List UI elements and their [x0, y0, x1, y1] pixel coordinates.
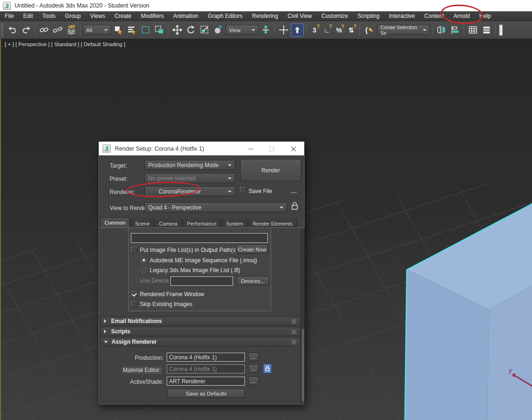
render-setup-dialog: 3 Render Setup: Corona 4 (Hotfix 1) Targ… [98, 141, 305, 404]
select-object-icon[interactable] [112, 24, 125, 37]
tab-render-elements[interactable]: Render Elements [249, 219, 297, 228]
autodesk-imsq-radio[interactable] [141, 257, 147, 263]
legacy-ifl-radio[interactable] [141, 267, 147, 273]
menu-edit[interactable]: Edit [18, 11, 38, 21]
rollout-scripts[interactable]: Scripts [100, 327, 300, 336]
bind-to-space-warp-icon[interactable] [65, 24, 78, 37]
rectangular-selection-region-icon[interactable] [139, 24, 152, 37]
select-and-place-icon[interactable] [212, 24, 225, 37]
view-to-render-dropdown[interactable]: Quad 4 - Perspective [145, 202, 287, 212]
dialog-scrollbar-thumb[interactable] [302, 329, 304, 402]
production-browse-button[interactable]: ... [248, 353, 259, 361]
menu-content[interactable]: Content [419, 11, 449, 21]
menu-arnold[interactable]: Arnold [449, 11, 475, 21]
use-device-checkbox[interactable] [131, 277, 137, 283]
select-and-manipulate-icon[interactable] [277, 24, 290, 37]
preset-dropdown[interactable]: No preset selected [145, 173, 235, 183]
box-object[interactable] [405, 203, 532, 420]
rollout-grip-icon [291, 330, 297, 334]
skip-existing-images-checkbox[interactable] [131, 301, 137, 307]
menu-group[interactable]: Group [60, 11, 85, 21]
tab-camera[interactable]: Camera [155, 219, 182, 228]
menu-rendering[interactable]: Rendering [247, 11, 282, 21]
menu-civil-view[interactable]: Civil View [283, 11, 317, 21]
select-and-move-icon[interactable] [171, 24, 184, 37]
viewport-header[interactable]: [ + ] [ Perspective ] [ Standard ] [ Def… [5, 41, 125, 47]
window-title: Untitled - Autodesk 3ds Max 2020 - Stude… [15, 2, 149, 9]
reference-coordinate-dropdown[interactable]: View [226, 25, 258, 35]
save-file-browse-dots[interactable]: ... [291, 188, 297, 194]
put-image-file-checkbox[interactable] [131, 247, 137, 253]
selection-filter-dropdown[interactable]: All [83, 25, 111, 35]
menu-customize[interactable]: Customize [317, 11, 353, 21]
scene-explorer-icon[interactable] [467, 24, 479, 37]
unlink-selection-icon[interactable] [51, 24, 64, 37]
spinner-snap-toggle-icon[interactable]: ⇅ ? [346, 24, 357, 37]
undo-icon[interactable] [6, 24, 19, 37]
create-now-label: Create Now [238, 247, 266, 252]
maximize-icon[interactable] [267, 145, 276, 153]
renderer-label: Renderer: [110, 189, 135, 195]
lock-to-production-toggle[interactable] [263, 364, 272, 373]
menu-tools[interactable]: Tools [38, 11, 60, 21]
dialog-scrollbar-track[interactable] [301, 228, 305, 403]
chevron-down-icon [251, 29, 255, 33]
file-list-name-field[interactable] [131, 233, 268, 243]
pencil-icon: ✎ [368, 27, 373, 33]
tab-system[interactable]: System [222, 219, 248, 228]
lock-view-icon[interactable] [291, 202, 298, 212]
menu-scripting[interactable]: Scripting [353, 11, 384, 21]
layer-manager-icon[interactable] [480, 24, 493, 37]
use-pivot-point-center-icon[interactable] [259, 24, 272, 37]
menu-graph-editors[interactable]: Graph Editors [203, 11, 247, 21]
close-icon[interactable] [289, 145, 298, 153]
rollout-assign-renderer[interactable]: Assign Renderer [100, 337, 300, 347]
menu-modifiers[interactable]: Modifiers [136, 11, 169, 21]
menu-interactive[interactable]: Interactive [384, 11, 419, 21]
menu-help[interactable]: Help [475, 11, 496, 21]
select-and-rotate-icon[interactable] [185, 24, 197, 37]
angle-snap-toggle-icon[interactable]: ∟ ? [321, 24, 332, 37]
mirror-icon[interactable] [435, 24, 448, 37]
edit-named-selection-sets-icon[interactable]: { ✎ [362, 26, 376, 34]
menu-animation[interactable]: Animation [169, 11, 203, 21]
toolbar-drag-handle[interactable] [0, 23, 4, 37]
renderer-dropdown[interactable]: CoronaRenderer [145, 186, 235, 196]
create-now-button[interactable]: Create Now [236, 245, 268, 254]
tab-scene[interactable]: Scene [131, 219, 154, 228]
chevron-down-icon [228, 191, 232, 194]
menu-views[interactable]: Views [85, 11, 110, 21]
devices-button[interactable]: Devices... [236, 276, 269, 285]
select-by-name-icon[interactable] [126, 24, 138, 37]
menu-create[interactable]: Create [110, 11, 136, 21]
target-dropdown[interactable]: Production Rendering Mode [145, 160, 235, 170]
chevron-down-icon [423, 29, 427, 33]
dialog-titlebar[interactable]: 3 Render Setup: Corona 4 (Hotfix 1) [99, 142, 304, 155]
material-editor-renderer-field [167, 364, 245, 373]
clipped-toolbar-icon[interactable] [499, 24, 503, 36]
rendered-frame-window-checkbox[interactable] [131, 291, 137, 297]
render-button[interactable]: Render [240, 159, 301, 181]
activeshade-browse-button[interactable]: ... [248, 377, 259, 385]
material-editor-browse-button[interactable]: ... [248, 364, 259, 373]
tab-common[interactable]: Common [100, 218, 130, 228]
minimize-icon[interactable] [246, 145, 256, 153]
tab-performance[interactable]: Performance [183, 219, 221, 228]
snaps-toggle-3d-icon[interactable]: 3 ? [309, 24, 320, 37]
device-name-field[interactable] [170, 276, 233, 286]
named-selection-set-dropdown[interactable]: Create Selection Se [377, 25, 430, 35]
save-file-checkbox[interactable] [240, 187, 246, 193]
menu-file[interactable]: File [0, 11, 18, 21]
rollout-email-notifications[interactable]: Email Notifications [100, 316, 300, 326]
select-and-scale-icon[interactable] [198, 24, 211, 37]
align-icon[interactable] [449, 24, 461, 37]
window-titlebar: 3 Untitled - Autodesk 3ds Max 2020 - Stu… [0, 0, 532, 11]
shortcut-override-toggle-icon[interactable] [291, 24, 304, 37]
window-crossing-icon[interactable] [153, 24, 166, 37]
percent-snap-toggle-icon[interactable]: % ? [333, 24, 345, 37]
target-value: Production Rendering Mode [148, 162, 218, 169]
preset-value: No preset selected [148, 175, 195, 182]
redo-icon[interactable] [20, 24, 32, 37]
select-and-link-icon[interactable] [38, 24, 50, 37]
save-as-defaults-button[interactable]: Save as Defaults [168, 389, 245, 398]
